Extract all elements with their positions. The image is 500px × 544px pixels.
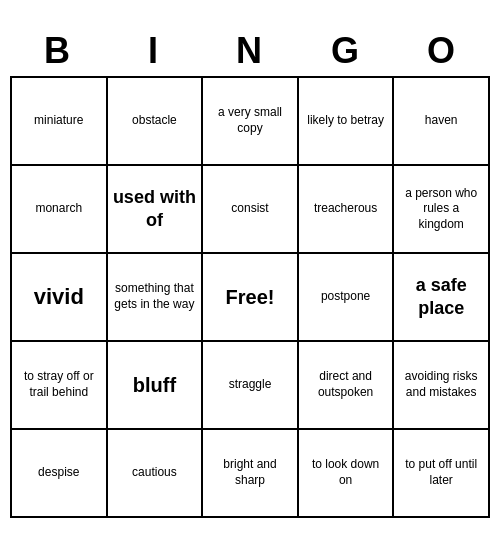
- bingo-cell: a person who rules a kingdom: [394, 166, 490, 254]
- bingo-cell: to put off until later: [394, 430, 490, 518]
- bingo-cell: avoiding risks and mistakes: [394, 342, 490, 430]
- bingo-cell: cautious: [108, 430, 204, 518]
- bingo-header-letter: I: [106, 26, 202, 76]
- bingo-cell: Free!: [203, 254, 299, 342]
- bingo-cell: bright and sharp: [203, 430, 299, 518]
- bingo-cell: used with of: [108, 166, 204, 254]
- bingo-cell: likely to betray: [299, 78, 395, 166]
- bingo-cell: direct and outspoken: [299, 342, 395, 430]
- bingo-cell: haven: [394, 78, 490, 166]
- bingo-header: BINGO: [10, 26, 490, 76]
- bingo-cell: vivid: [12, 254, 108, 342]
- bingo-cell: monarch: [12, 166, 108, 254]
- bingo-cell: bluff: [108, 342, 204, 430]
- bingo-cell: postpone: [299, 254, 395, 342]
- bingo-card: BINGO miniatureobstaclea very small copy…: [10, 26, 490, 518]
- bingo-cell: something that gets in the way: [108, 254, 204, 342]
- bingo-cell: a very small copy: [203, 78, 299, 166]
- bingo-header-letter: N: [202, 26, 298, 76]
- bingo-cell: consist: [203, 166, 299, 254]
- bingo-grid: miniatureobstaclea very small copylikely…: [10, 76, 490, 518]
- bingo-cell: a safe place: [394, 254, 490, 342]
- bingo-cell: miniature: [12, 78, 108, 166]
- bingo-cell: to look down on: [299, 430, 395, 518]
- bingo-header-letter: O: [394, 26, 490, 76]
- bingo-cell: obstacle: [108, 78, 204, 166]
- bingo-cell: to stray off or trail behind: [12, 342, 108, 430]
- bingo-header-letter: G: [298, 26, 394, 76]
- bingo-cell: straggle: [203, 342, 299, 430]
- bingo-cell: despise: [12, 430, 108, 518]
- bingo-header-letter: B: [10, 26, 106, 76]
- bingo-cell: treacherous: [299, 166, 395, 254]
